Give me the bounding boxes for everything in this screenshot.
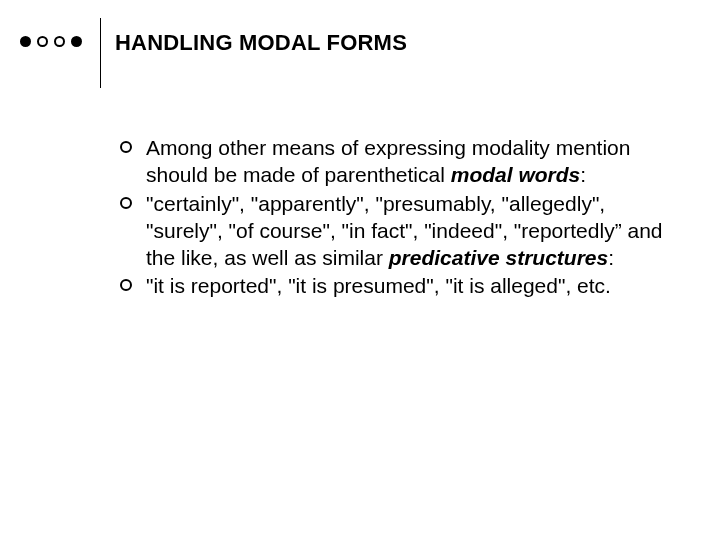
list-item-text: "certainly", "apparently", "presumably, … [146, 192, 663, 269]
bullet-ring-icon [120, 279, 132, 291]
list-item-text: Among other means of expressing modality… [146, 136, 630, 186]
bullet-ring-icon [120, 197, 132, 209]
corner-bullets [20, 36, 82, 47]
list-item: "certainly", "apparently", "presumably, … [120, 191, 680, 272]
title-divider [100, 18, 101, 88]
bullet-ring-icon [37, 36, 48, 47]
slide-title: HANDLING MODAL FORMS [115, 30, 407, 56]
list-item-text: "it is reported", "it is presumed", "it … [146, 274, 611, 297]
bullet-ring-icon [54, 36, 65, 47]
list-item: "it is reported", "it is presumed", "it … [120, 273, 680, 300]
slide-body: Among other means of expressing modality… [120, 135, 680, 302]
bullet-ring-icon [120, 141, 132, 153]
bullet-dot-icon [71, 36, 82, 47]
slide: HANDLING MODAL FORMS Among other means o… [0, 0, 720, 540]
list-item: Among other means of expressing modality… [120, 135, 680, 189]
bullet-dot-icon [20, 36, 31, 47]
